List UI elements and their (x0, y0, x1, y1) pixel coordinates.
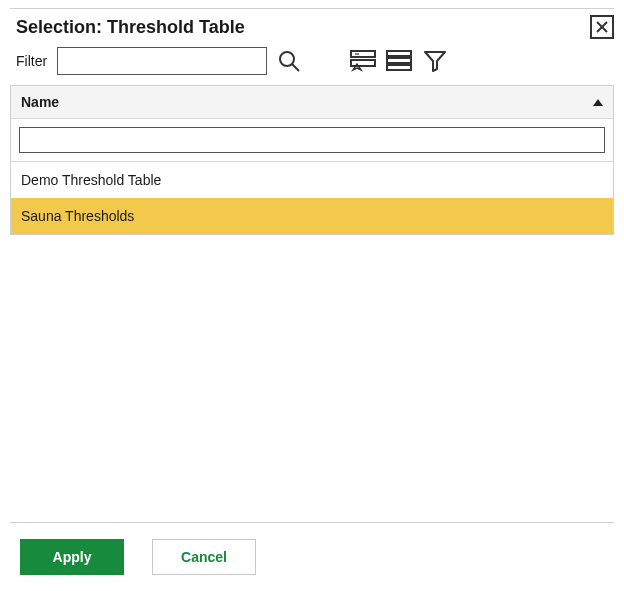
svg-line-3 (292, 64, 299, 71)
svg-rect-5 (351, 60, 375, 66)
search-button[interactable] (275, 47, 303, 75)
svg-point-2 (280, 52, 294, 66)
column-header-label: Name (21, 94, 59, 110)
svg-rect-7 (387, 51, 411, 56)
filter-input[interactable] (57, 47, 267, 75)
filter-row: Filter (0, 47, 624, 85)
svg-rect-8 (387, 58, 411, 63)
table-row[interactable]: Demo Threshold Table (11, 162, 613, 198)
search-icon (277, 49, 301, 73)
cancel-button[interactable]: Cancel (152, 539, 256, 575)
svg-rect-9 (387, 65, 411, 70)
apply-button-label: Apply (53, 549, 92, 565)
column-filter-input[interactable] (19, 127, 605, 153)
table-row-name: Demo Threshold Table (21, 172, 161, 188)
svg-rect-4 (351, 51, 375, 57)
clear-selection-button[interactable] (349, 47, 377, 75)
dialog-header: Selection: Threshold Table (0, 9, 624, 47)
clear-selection-icon (350, 50, 376, 72)
column-header-name[interactable]: Name (11, 86, 613, 119)
spacer (0, 235, 624, 522)
table-row[interactable]: Sauna Thresholds (11, 198, 613, 234)
sort-asc-icon (593, 99, 603, 106)
apply-button[interactable]: Apply (20, 539, 124, 575)
filter-label: Filter (16, 53, 47, 69)
funnel-icon (423, 50, 447, 72)
dialog-footer: Apply Cancel (10, 522, 614, 591)
table: Name Demo Threshold TableSauna Threshold… (10, 85, 614, 235)
dialog-title: Selection: Threshold Table (16, 17, 245, 38)
close-icon (595, 20, 609, 34)
filter-button[interactable] (421, 47, 449, 75)
table-row-name: Sauna Thresholds (21, 208, 134, 224)
column-filter-row (11, 119, 613, 162)
select-all-button[interactable] (385, 47, 413, 75)
select-all-icon (386, 50, 412, 72)
cancel-button-label: Cancel (181, 549, 227, 565)
close-button[interactable] (590, 15, 614, 39)
